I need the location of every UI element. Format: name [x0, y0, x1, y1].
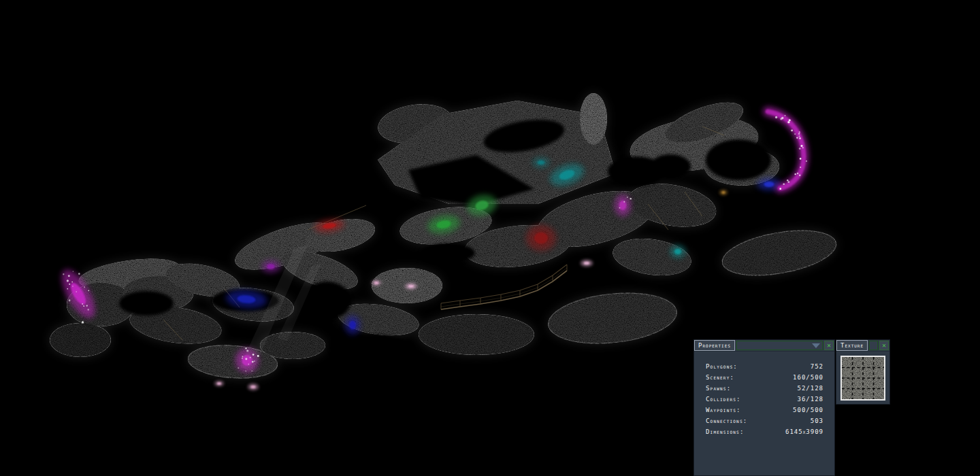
property-value: 6145x3909: [785, 428, 823, 435]
property-label: Connections:: [706, 418, 747, 424]
property-label: Dimensions:: [706, 428, 745, 435]
close-icon: ✕: [882, 341, 886, 349]
property-label: Scenery:: [706, 374, 734, 381]
properties-body: Polygons:752Scenery:160/500Spawns:52/128…: [694, 352, 834, 437]
property-value: 500/500: [793, 407, 823, 413]
texture-titlebar[interactable]: Texture ✕: [836, 340, 889, 352]
property-row: Waypoints:500/500: [694, 405, 834, 415]
texture-swatch-image: [842, 357, 884, 399]
property-label: Polygons:: [706, 363, 738, 370]
texture-close-button[interactable]: ✕: [879, 341, 889, 350]
properties-dropdown[interactable]: [736, 341, 823, 350]
properties-close-button[interactable]: ✕: [824, 341, 834, 350]
property-row: Dimensions:6145x3909: [694, 426, 834, 437]
property-label: Waypoints:: [706, 407, 741, 413]
property-value: 52/128: [797, 385, 823, 392]
property-row: Connections:503: [694, 415, 834, 426]
properties-panel: Properties ✕ Polygons:752Scenery:160/500…: [693, 339, 835, 476]
property-value: 503: [811, 418, 823, 424]
property-row: Spawns:52/128: [694, 383, 834, 394]
texture-panel-title: Texture: [836, 340, 868, 351]
property-label: Spawns:: [706, 385, 731, 392]
property-label: Colliders:: [706, 396, 741, 403]
properties-panel-title: Properties: [694, 340, 735, 351]
texture-titlebar-filler: [869, 341, 878, 350]
property-row: Colliders:36/128: [694, 394, 834, 405]
property-value: 752: [811, 363, 823, 370]
texture-preview[interactable]: [840, 356, 885, 401]
property-value: 160/500: [793, 374, 823, 381]
map-editor-root: Properties ✕ Polygons:752Scenery:160/500…: [0, 0, 980, 476]
property-row: Polygons:752: [694, 361, 834, 372]
property-value: 36/128: [797, 396, 823, 403]
texture-panel: Texture ✕: [836, 339, 890, 405]
property-row: Scenery:160/500: [694, 372, 834, 383]
chevron-down-icon: [812, 343, 820, 348]
properties-titlebar[interactable]: Properties ✕: [694, 340, 834, 352]
close-icon: ✕: [827, 341, 831, 349]
